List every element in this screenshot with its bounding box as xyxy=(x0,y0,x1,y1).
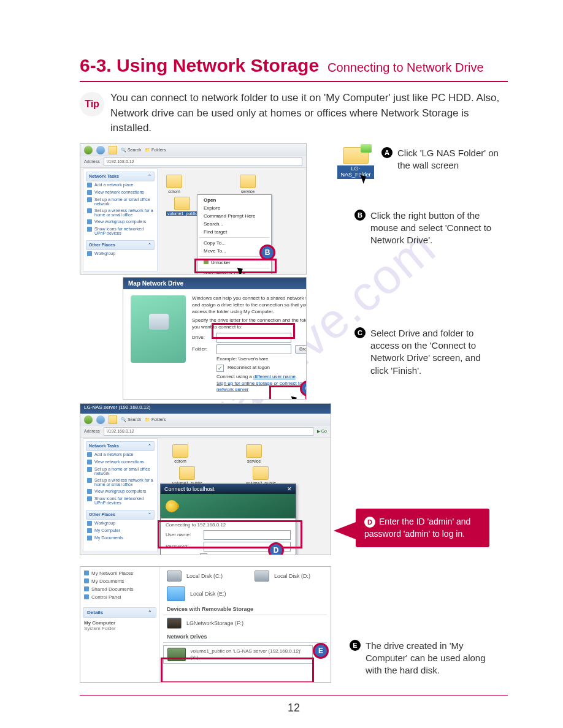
explorer-toolbar: 🔍 Search 📁 Folders xyxy=(80,144,306,157)
go-button[interactable]: ▶ Go xyxy=(317,429,327,434)
task-item[interactable]: Set up a home or small office network xyxy=(86,196,155,207)
task-item[interactable]: Set up a wireless network for a home or … xyxy=(86,477,155,488)
ctx-explore[interactable]: Explore xyxy=(197,204,271,212)
network-tasks-header[interactable]: Network Tasks⌃ xyxy=(86,441,155,451)
details-title: My Computer xyxy=(84,620,155,626)
task-item[interactable]: Show icons for networked UPnP devices xyxy=(86,495,155,506)
share-volume1[interactable]: volume1_public xyxy=(166,197,199,216)
step-C: C Select Drive and folder to access on t… xyxy=(354,327,493,377)
browse-button[interactable]: Browse... xyxy=(295,345,307,354)
drive-c[interactable]: Local Disk (C:) xyxy=(163,568,226,584)
network-tasks-header[interactable]: Network Tasks⌃ xyxy=(86,172,155,181)
share-volume1[interactable]: volume1_public xyxy=(172,466,202,485)
task-item[interactable]: Add a network place xyxy=(86,451,155,458)
other-item[interactable]: My Computer xyxy=(86,527,155,534)
hotspot-B: B xyxy=(259,245,275,260)
details-header[interactable]: Details⌃ xyxy=(83,607,156,618)
highlight-drive-combo xyxy=(212,323,295,339)
task-item[interactable]: Add a network place xyxy=(86,181,155,189)
nas-folder-desktop-icon[interactable]: LG-NAS_Folder xyxy=(337,147,374,179)
step-A: A Click 'LG NAS Folder' on the wall scre… xyxy=(381,147,508,172)
remember-label: Remember my password xyxy=(211,554,266,555)
explorer-sidebar: Network Tasks⌃ Add a network place View … xyxy=(83,169,158,271)
up-icon[interactable] xyxy=(109,415,117,424)
ctx-findtarget[interactable]: Find target xyxy=(197,228,271,236)
drive-removable[interactable]: LGNetworkStorage (F:) xyxy=(163,615,327,631)
ctx-copyto[interactable]: Copy To... xyxy=(197,239,271,247)
forward-icon[interactable] xyxy=(96,415,105,424)
other-item[interactable]: Workgroup xyxy=(86,520,155,527)
address-bar: Address \\192.168.0.12 xyxy=(80,156,306,168)
task-item[interactable]: Set up a home or small office network xyxy=(86,466,155,477)
toolbar-search[interactable]: 🔍 Search xyxy=(121,417,141,422)
cred-titlebar: Connect to localhost✕ xyxy=(161,484,296,494)
other-places-header[interactable]: Other Places⌃ xyxy=(86,510,155,520)
address-bar: Address \\192.168.0.12 ▶ Go xyxy=(80,426,331,438)
diff-user-link[interactable]: different user name xyxy=(253,374,296,379)
dialog-artwork xyxy=(131,295,186,363)
link-places[interactable]: My Network Places xyxy=(83,569,156,577)
back-icon[interactable] xyxy=(84,146,93,154)
step-B: B Click the right button of the mouse an… xyxy=(354,210,493,247)
step-badge-B: B xyxy=(354,210,366,221)
reconnect-label: Reconnect at logon xyxy=(228,365,270,371)
screenshot-map-drive-dialog: Map Network Drive Windows can help you c… xyxy=(123,277,307,400)
toolbar-folders[interactable]: 📁 Folders xyxy=(145,148,166,153)
folder-input[interactable] xyxy=(216,344,291,354)
ctx-cmd[interactable]: Command Prompt Here xyxy=(197,212,271,220)
folder-label: Folder: xyxy=(192,346,213,353)
link-ctrl[interactable]: Control Panel xyxy=(83,593,156,601)
task-item[interactable]: View workgroup computers xyxy=(86,218,155,226)
ctx-search[interactable]: Search... xyxy=(197,220,271,228)
highlight-mapped-drive xyxy=(161,658,314,683)
remember-checkbox[interactable] xyxy=(200,553,207,555)
highlight-map-drive xyxy=(194,259,277,273)
step-B-text: Click the right button of the mouse and … xyxy=(370,210,493,247)
task-item[interactable]: View network connections xyxy=(86,189,155,196)
task-item[interactable]: View workgroup computers xyxy=(86,488,155,495)
link-docs[interactable]: My Documents xyxy=(83,577,156,585)
share-service[interactable]: service xyxy=(240,175,256,194)
share-service[interactable]: service xyxy=(246,444,262,463)
address-label: Address xyxy=(84,159,100,164)
tip-block: Tip You can connect to network folder to… xyxy=(80,91,508,136)
close-icon[interactable]: ✕ xyxy=(287,486,292,492)
page-number: 12 xyxy=(80,695,508,715)
toolbar-folders[interactable]: 📁 Folders xyxy=(145,417,166,422)
netdrives-header: Network Drives xyxy=(163,631,327,643)
back-icon[interactable] xyxy=(84,415,93,424)
example-text: Example: \\server\share xyxy=(216,356,307,363)
other-item[interactable]: Workgroup xyxy=(86,250,155,257)
section-number: 6-3. Using Network Storage xyxy=(80,55,319,76)
up-icon[interactable] xyxy=(109,146,117,154)
link-shared[interactable]: Shared Documents xyxy=(83,585,156,593)
task-item[interactable]: Set up a wireless network for a home or … xyxy=(86,207,155,218)
task-item[interactable]: Show icons for networked UPnP devices xyxy=(86,226,155,237)
forward-icon[interactable] xyxy=(96,146,105,154)
removable-header: Devices with Removable Storage xyxy=(163,604,327,615)
tip-badge: Tip xyxy=(80,92,104,116)
step-E: E The drive created in 'My Computer' can… xyxy=(350,640,488,677)
drive-e[interactable]: Local Disk (E:) xyxy=(163,584,327,604)
dialog-title: Map Network Drive xyxy=(123,278,306,289)
drive-d[interactable]: Local Disk (D:) xyxy=(251,568,314,584)
task-item[interactable]: View network connections xyxy=(86,458,155,466)
section-subtitle: Connecting to Network Drive xyxy=(327,61,484,75)
toolbar-search[interactable]: 🔍 Search xyxy=(121,148,141,153)
diff-user-line: Connect using a different user name. xyxy=(216,374,307,381)
ctx-open[interactable]: Open xyxy=(197,196,271,204)
other-item[interactable]: My Documents xyxy=(86,534,155,542)
step-C-text: Select Drive and folder to access on the… xyxy=(370,327,493,377)
share-volume2[interactable]: volume2_public xyxy=(246,466,276,485)
share-cdrom[interactable]: cdrom xyxy=(166,175,182,194)
address-input[interactable]: \\192.168.0.12 xyxy=(104,427,313,436)
drive-label: Drive: xyxy=(192,335,213,341)
share-cdrom[interactable]: cdrom xyxy=(172,444,188,463)
step-E-text: The drive created in 'My Computer' can b… xyxy=(366,640,488,677)
other-places-header[interactable]: Other Places⌃ xyxy=(86,240,155,250)
nas-folder-label: LG-NAS_Folder xyxy=(337,165,374,179)
explorer-toolbar: 🔍 Search 📁 Folders xyxy=(80,414,331,427)
reconnect-checkbox[interactable]: ✓ xyxy=(216,365,224,372)
section-heading: 6-3. Using Network Storage Connecting to… xyxy=(80,55,508,82)
address-input[interactable]: \\192.168.0.12 xyxy=(104,157,302,166)
